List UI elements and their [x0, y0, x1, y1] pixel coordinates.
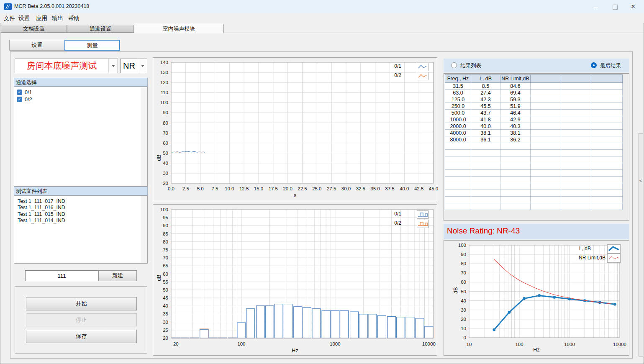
- results-cell: 36.2: [500, 136, 531, 143]
- new-button[interactable]: 新建: [98, 270, 137, 281]
- titlebar: MCR Beta 2.05.0.001 20230418 ✕: [0, 0, 644, 13]
- results-cell: [561, 130, 591, 136]
- minimize-button[interactable]: [587, 0, 604, 13]
- svg-text:80: 80: [163, 120, 168, 126]
- menu-settings[interactable]: 设置: [18, 15, 30, 22]
- channel-item[interactable]: ✓0/2: [14, 96, 147, 103]
- menu-help[interactable]: 帮助: [68, 15, 80, 22]
- scrollbar-track[interactable]: [141, 196, 147, 263]
- results-cell: [500, 197, 531, 203]
- tab-document-settings[interactable]: 文档设置: [1, 25, 67, 33]
- file-name-input[interactable]: [25, 270, 98, 281]
- menu-file[interactable]: 文件: [4, 15, 15, 22]
- results-cell: [471, 183, 500, 190]
- results-cell: [561, 90, 591, 96]
- results-cell: [561, 177, 591, 183]
- legend-label-ch1: 0/1: [362, 63, 401, 69]
- save-button[interactable]: 保存: [26, 330, 137, 343]
- results-cell: [591, 116, 623, 123]
- results-cell: 45.5: [471, 103, 500, 110]
- subtab-measure[interactable]: 测量: [64, 40, 120, 51]
- results-cell: [561, 136, 591, 143]
- test-file-item[interactable]: Test 1_111_015_IND: [14, 211, 147, 218]
- collapse-panel-strip[interactable]: <: [639, 133, 643, 356]
- scrollbar-track[interactable]: [141, 87, 147, 186]
- rating-value: NR: [121, 59, 138, 73]
- results-cell: [445, 163, 471, 170]
- svg-text:27.5: 27.5: [327, 186, 336, 191]
- results-cell: 41.8: [471, 116, 500, 123]
- results-list-radio[interactable]: [451, 62, 457, 68]
- start-button[interactable]: 开始: [26, 297, 137, 310]
- rating-dropdown-button[interactable]: [138, 59, 147, 73]
- results-cell: 40.0: [471, 123, 500, 130]
- subtab-settings[interactable]: 设置: [9, 40, 65, 51]
- svg-text:25.0: 25.0: [312, 186, 321, 191]
- results-table[interactable]: Freq., HzL, dBNR Limit,dB31.58.584.663.0…: [445, 74, 623, 210]
- channel-checkbox[interactable]: ✓: [17, 97, 22, 102]
- nr-chart-panel: 010203040506070809010010100100010000 dB …: [444, 240, 629, 356]
- svg-text:100: 100: [160, 100, 168, 105]
- results-cell: 43.7: [471, 110, 500, 116]
- svg-text:10.0: 10.0: [225, 186, 234, 191]
- last-result-radio[interactable]: [591, 62, 597, 68]
- test-type-select[interactable]: 房间本底噪声测试: [15, 59, 118, 73]
- svg-text:10: 10: [461, 326, 466, 331]
- results-cell: [531, 96, 561, 103]
- results-cell: 2000.0: [445, 123, 471, 130]
- channel-item[interactable]: ✓0/1: [14, 89, 147, 96]
- results-col-header: [531, 75, 561, 83]
- channel-list[interactable]: ✓0/1✓0/2: [14, 87, 148, 187]
- svg-text:7.5: 7.5: [212, 186, 218, 191]
- results-cell: [591, 177, 623, 183]
- tab-channel-settings[interactable]: 通道设置: [67, 25, 134, 33]
- results-cell: [591, 103, 623, 110]
- legend-red-line-icon: [607, 254, 621, 263]
- results-row: [445, 197, 623, 203]
- close-button[interactable]: ✕: [625, 0, 641, 13]
- menu-apply[interactable]: 应用: [36, 15, 47, 22]
- results-cell: 46.4: [500, 110, 531, 116]
- test-file-item[interactable]: Test 1_111_014_IND: [14, 218, 147, 224]
- results-cell: 40.3: [500, 123, 531, 130]
- rating-select[interactable]: NR: [120, 59, 147, 73]
- results-cell: [500, 143, 531, 150]
- results-col-header: NR Limit,dB: [500, 75, 531, 83]
- chevron-down-icon: [112, 65, 115, 67]
- results-cell: [591, 130, 623, 136]
- test-type-dropdown-button[interactable]: [108, 59, 118, 73]
- last-result-radio-label[interactable]: 最后结果: [600, 62, 621, 69]
- svg-text:40: 40: [461, 298, 466, 303]
- results-cell: [561, 190, 591, 197]
- results-cell: [471, 150, 500, 156]
- results-cell: [591, 110, 623, 116]
- svg-text:110: 110: [161, 90, 168, 95]
- tab-divider: [0, 33, 644, 33]
- test-file-item[interactable]: Test 1_111_016_IND: [14, 205, 147, 211]
- results-cell: [531, 183, 561, 190]
- results-mode-band: 结果列表 最后结果: [444, 59, 629, 72]
- results-list-radio-label[interactable]: 结果列表: [460, 62, 481, 69]
- results-cell: [471, 203, 500, 210]
- svg-text:0: 0: [464, 335, 466, 340]
- svg-text:20.0: 20.0: [283, 186, 292, 191]
- results-cell: 38.1: [471, 130, 500, 136]
- tab-room-noise-module[interactable]: 室内噪声模块: [134, 24, 224, 33]
- results-cell: [500, 190, 531, 197]
- test-file-item[interactable]: Test 1_111_017_IND: [14, 198, 147, 205]
- results-cell: [561, 110, 591, 116]
- results-cell: [531, 110, 561, 116]
- svg-text:40: 40: [163, 303, 168, 308]
- results-cell: [531, 156, 561, 163]
- maximize-button[interactable]: [607, 0, 623, 13]
- results-cell: [531, 143, 561, 150]
- channel-checkbox[interactable]: ✓: [17, 90, 22, 95]
- legend-line-icon: [417, 72, 428, 80]
- menu-output[interactable]: 输出: [52, 15, 63, 22]
- results-cell: [591, 90, 623, 96]
- channel-label: 0/2: [25, 97, 32, 103]
- svg-text:140: 140: [160, 60, 168, 65]
- collapse-arrow-icon[interactable]: <: [639, 179, 641, 183]
- svg-text:10000: 10000: [422, 341, 436, 346]
- test-files-list[interactable]: Test 1_111_017_INDTest 1_111_016_INDTest…: [14, 195, 148, 264]
